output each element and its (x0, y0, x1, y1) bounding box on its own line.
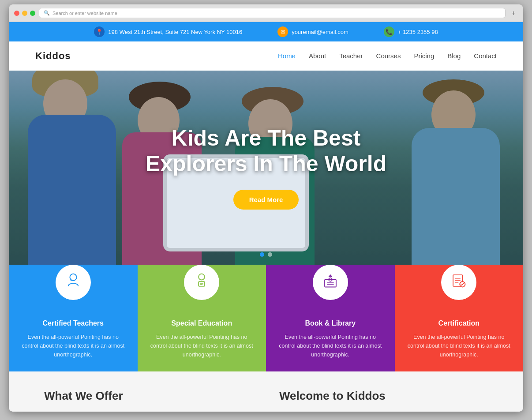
nav-links: Home About Teacher Courses Pricing Blog … (278, 52, 497, 60)
email-icon: ✉ (277, 26, 288, 37)
library-text: Even the all-powerful Pointing has no co… (277, 333, 384, 359)
browser-chrome: 🔍 Search or enter website name + (9, 4, 523, 22)
teaser-left-heading: What We Offer (44, 389, 253, 403)
search-icon: 🔍 (44, 10, 50, 16)
teacher-icon (65, 272, 82, 292)
nav-link-blog[interactable]: Blog (447, 52, 461, 60)
nav-link-contact[interactable]: Contact (474, 52, 497, 60)
library-icon (322, 272, 339, 292)
address-placeholder: Search or enter website name (52, 11, 117, 16)
phone-text: + 1235 2355 98 (398, 29, 438, 35)
nav-link-courses[interactable]: Courses (376, 52, 401, 60)
hero-cta-button[interactable]: Read More (233, 190, 299, 210)
minimize-button[interactable] (22, 11, 27, 16)
svg-point-3 (199, 274, 205, 280)
hero-content: Kids Are The Best Explorers In The World… (9, 71, 523, 265)
teaser-right: Welcome to Kiddos (279, 389, 488, 403)
features-section: Certified Teachers Even the all-powerful… (9, 265, 523, 371)
teaser-right-heading: Welcome to Kiddos (279, 389, 488, 403)
nav-item-blog[interactable]: Blog (447, 52, 461, 60)
teachers-text: Even the all-powerful Pointing has no co… (19, 333, 127, 359)
maximize-button[interactable] (30, 11, 35, 16)
nav-item-contact[interactable]: Contact (474, 52, 497, 60)
library-icon-circle (313, 265, 348, 300)
cert-title: Certification (438, 319, 480, 327)
hero-section: Kids Are The Best Explorers In The World… (9, 71, 523, 265)
hero-title: Kids Are The Best Explorers In The World (146, 126, 386, 176)
bottom-teaser: What We Offer Welcome to Kiddos (9, 371, 523, 412)
top-bar-phone: 📞 + 1235 2355 98 (384, 26, 438, 37)
special-icon (193, 272, 210, 292)
hero-title-line2: Explorers In The World (146, 151, 386, 176)
feature-card-cert: Certification Even the all-powerful Poin… (395, 265, 524, 371)
phone-icon: 📞 (384, 26, 394, 37)
svg-rect-7 (325, 280, 336, 287)
site-logo[interactable]: Kiddos (35, 50, 71, 62)
education-text: Even the all-powerful Pointing has no co… (148, 333, 256, 359)
close-button[interactable] (14, 11, 19, 16)
address-icon: 📍 (94, 26, 105, 37)
teachers-title: Certified Teachers (43, 319, 104, 327)
library-title: Book & Library (305, 319, 356, 327)
dot-1[interactable] (260, 252, 264, 257)
traffic-lights (14, 11, 35, 16)
navbar: Kiddos Home About Teacher Courses Pricin… (9, 41, 523, 71)
education-title: Special Education (171, 319, 232, 327)
dot-2[interactable] (268, 252, 272, 257)
teaser-left: What We Offer (44, 389, 253, 403)
browser-window: 🔍 Search or enter website name + 📍 198 W… (9, 4, 523, 412)
cert-icon (450, 272, 467, 292)
address-bar[interactable]: 🔍 Search or enter website name (39, 8, 506, 18)
add-tab-button[interactable]: + (509, 9, 518, 18)
cert-text: Even the all-powerful Pointing has no co… (405, 333, 513, 359)
nav-link-about[interactable]: About (309, 52, 326, 60)
nav-link-home[interactable]: Home (278, 52, 296, 60)
nav-item-home[interactable]: Home (278, 52, 296, 60)
nav-item-about[interactable]: About (309, 52, 326, 60)
hero-dots (260, 252, 272, 257)
top-bar: 📍 198 West 21th Street, Suite 721 New Yo… (9, 22, 523, 41)
nav-item-pricing[interactable]: Pricing (414, 52, 434, 60)
feature-card-education: Special Education Even the all-powerful … (138, 265, 266, 371)
address-text: 198 West 21th Street, Suite 721 New York… (108, 29, 242, 35)
education-icon-circle (184, 265, 219, 300)
nav-link-pricing[interactable]: Pricing (414, 52, 434, 60)
teachers-icon-circle (56, 265, 91, 300)
top-bar-email: ✉ youremail@email.com (277, 26, 348, 37)
website-content: 📍 198 West 21th Street, Suite 721 New Yo… (9, 22, 523, 412)
nav-item-courses[interactable]: Courses (376, 52, 401, 60)
hero-title-line1: Kids Are The Best (172, 126, 361, 150)
top-bar-address: 📍 198 West 21th Street, Suite 721 New Yo… (94, 26, 242, 37)
nav-link-teacher[interactable]: Teacher (339, 52, 363, 60)
nav-item-teacher[interactable]: Teacher (339, 52, 363, 60)
feature-card-teachers: Certified Teachers Even the all-powerful… (9, 265, 138, 371)
email-text: youremail@email.com (292, 29, 348, 35)
feature-card-library: Book & Library Even the all-powerful Poi… (266, 265, 395, 371)
cert-icon-circle (441, 265, 476, 300)
svg-rect-4 (199, 281, 205, 286)
